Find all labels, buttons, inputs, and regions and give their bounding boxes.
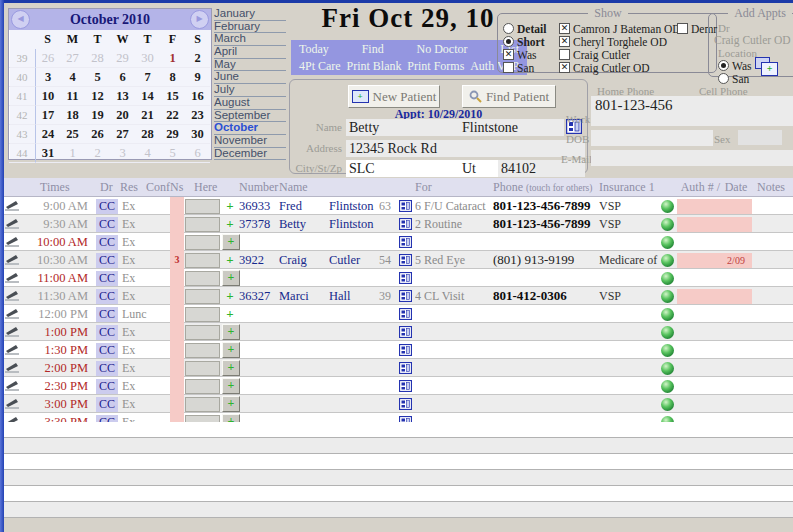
calendar-day-cell[interactable]: 23 bbox=[185, 106, 210, 125]
quick-link-no-doctor[interactable]: No Doctor bbox=[417, 42, 468, 57]
appt-detail-icon[interactable] bbox=[399, 272, 415, 284]
calendar-day-cell[interactable]: 4 bbox=[60, 68, 85, 87]
phone-cell[interactable]: 801-123-456-7899 bbox=[493, 216, 599, 232]
time-slot-cell[interactable]: 12:00 PM bbox=[28, 307, 94, 322]
calendar-day-cell[interactable]: 3 bbox=[35, 68, 60, 87]
exam-chair-icon[interactable] bbox=[4, 269, 28, 287]
time-slot-cell[interactable]: 11:30 AM bbox=[28, 289, 94, 304]
calendar-day-cell[interactable]: 2 bbox=[85, 144, 110, 163]
add-appt-plus-button[interactable]: + bbox=[221, 289, 239, 303]
calendar-day-cell[interactable]: 1 bbox=[60, 144, 85, 163]
here-cell[interactable] bbox=[184, 253, 221, 268]
view-option-was[interactable]: ✕Was bbox=[503, 48, 555, 61]
time-slot-cell[interactable]: 9:30 AM bbox=[28, 217, 94, 232]
calendar-day-cell[interactable]: 15 bbox=[160, 87, 185, 106]
calendar-day-cell[interactable]: 13 bbox=[110, 87, 135, 106]
calendar-day-cell[interactable]: 14 bbox=[135, 87, 160, 106]
patient-last-name-cell[interactable]: Flintston bbox=[329, 199, 379, 214]
add-appt-plus-button[interactable]: + bbox=[222, 396, 240, 412]
exam-chair-icon[interactable] bbox=[4, 197, 28, 215]
here-cell[interactable] bbox=[184, 343, 221, 358]
here-marker[interactable] bbox=[185, 307, 220, 322]
schedule-row[interactable]: 2:00 PMCCEx+ bbox=[4, 359, 793, 377]
calendar-day-cell[interactable]: 22 bbox=[160, 106, 185, 125]
doctor-option-craig-cutler-od[interactable]: ✕Craig Cutler OD bbox=[559, 61, 673, 74]
add-appointment-icon[interactable]: + bbox=[755, 57, 781, 77]
calendar-day-cell[interactable]: 4 bbox=[135, 144, 160, 163]
view-option-short[interactable]: Short bbox=[503, 35, 555, 48]
exam-chair-icon[interactable] bbox=[4, 233, 28, 251]
here-marker[interactable] bbox=[185, 397, 220, 412]
schedule-row[interactable]: 12:00 PMCCLunc+ bbox=[4, 305, 793, 323]
calendar-day-cell[interactable]: 29 bbox=[110, 49, 135, 68]
insurance-status-icon[interactable] bbox=[659, 218, 677, 231]
phone-cell[interactable]: 801-412-0306 bbox=[493, 288, 599, 304]
time-slot-cell[interactable]: 1:00 PM bbox=[28, 325, 94, 340]
here-marker[interactable] bbox=[185, 199, 220, 214]
appt-detail-icon[interactable] bbox=[399, 236, 415, 248]
calendar-day-cell[interactable]: 25 bbox=[60, 125, 85, 144]
location-option-was[interactable]: Was bbox=[714, 59, 793, 72]
schedule-row[interactable]: 3:00 PMCCEx+ bbox=[4, 395, 793, 413]
calendar-day-cell[interactable]: 28 bbox=[135, 125, 160, 144]
find-patient-button[interactable]: Find Patient bbox=[462, 85, 556, 108]
here-marker[interactable] bbox=[185, 289, 220, 304]
here-marker[interactable] bbox=[185, 343, 220, 358]
time-slot-cell[interactable]: 1:30 PM bbox=[28, 343, 94, 358]
here-cell[interactable] bbox=[184, 397, 221, 412]
add-appt-plus-button[interactable]: + bbox=[222, 324, 240, 340]
calendar-day-cell[interactable]: 19 bbox=[85, 106, 110, 125]
month-item-january[interactable]: January bbox=[214, 8, 286, 21]
patient-last-name-cell[interactable]: Cutler bbox=[329, 253, 379, 268]
patient-number-cell[interactable]: 36933 bbox=[239, 199, 279, 214]
quick-link-print-blank[interactable]: Print Blank bbox=[347, 59, 402, 74]
insurance-status-icon[interactable] bbox=[659, 200, 677, 213]
patient-first-name-cell[interactable]: Craig bbox=[279, 253, 329, 268]
doctor-option-cheryl-torghele-od[interactable]: ✕Cheryl Torghele OD bbox=[559, 35, 673, 48]
calendar-day-cell[interactable]: 28 bbox=[85, 49, 110, 68]
schedule-row[interactable]: 9:30 AMCCEx+37378BettyFlintston2 Routine… bbox=[4, 215, 793, 233]
insurance-status-icon[interactable] bbox=[659, 398, 677, 411]
calendar-day-cell[interactable]: 11 bbox=[60, 87, 85, 106]
month-item-july[interactable]: July bbox=[214, 84, 286, 97]
exam-chair-icon[interactable] bbox=[4, 395, 28, 413]
calendar-day-cell[interactable]: 30 bbox=[185, 125, 210, 144]
exam-chair-icon[interactable] bbox=[4, 305, 28, 323]
appt-detail-icon[interactable] bbox=[399, 308, 415, 320]
here-cell[interactable] bbox=[184, 235, 221, 250]
insurance-status-icon[interactable] bbox=[659, 290, 677, 303]
here-marker[interactable] bbox=[185, 271, 220, 286]
calendar-day-cell[interactable]: 5 bbox=[85, 68, 110, 87]
exam-chair-icon[interactable] bbox=[4, 359, 28, 377]
schedule-row[interactable]: 1:00 PMCCEx+ bbox=[4, 323, 793, 341]
calendar-day-cell[interactable]: 2 bbox=[185, 49, 210, 68]
calendar-day-cell[interactable]: 18 bbox=[60, 106, 85, 125]
time-slot-cell[interactable]: 2:00 PM bbox=[28, 361, 94, 376]
insurance-status-icon[interactable] bbox=[659, 254, 677, 267]
calendar-day-cell[interactable]: 17 bbox=[35, 106, 60, 125]
schedule-row[interactable]: 11:00 AMCCEx+ bbox=[4, 269, 793, 287]
time-slot-cell[interactable]: 2:30 PM bbox=[28, 379, 94, 394]
calendar-day-cell[interactable]: 26 bbox=[35, 49, 60, 68]
exam-chair-icon[interactable] bbox=[4, 287, 28, 305]
dr-select[interactable]: Craig Cutler OD bbox=[714, 34, 793, 47]
calendar-day-cell[interactable]: 31 bbox=[35, 144, 60, 163]
dob-field[interactable] bbox=[591, 130, 713, 146]
here-marker[interactable] bbox=[185, 379, 220, 394]
calendar-day-cell[interactable]: 26 bbox=[85, 125, 110, 144]
calendar-day-cell[interactable]: 10 bbox=[35, 87, 60, 106]
add-appt-plus-button[interactable]: + bbox=[222, 270, 240, 286]
calendar-day-cell[interactable]: 27 bbox=[110, 125, 135, 144]
quick-link-today[interactable]: Today bbox=[299, 42, 329, 57]
quick-link-find[interactable]: Find bbox=[362, 42, 384, 57]
doctor-option-camron-j-bateman-od[interactable]: ✕Camron J Bateman OD bbox=[559, 22, 673, 35]
here-cell[interactable] bbox=[184, 361, 221, 376]
insurance-status-icon[interactable] bbox=[659, 362, 677, 375]
calendar-day-cell[interactable]: 9 bbox=[185, 68, 210, 87]
sex-field[interactable] bbox=[738, 130, 782, 145]
patient-first-name-cell[interactable]: Fred bbox=[279, 199, 329, 214]
appt-detail-icon[interactable] bbox=[399, 218, 415, 230]
doctor-option-craig-cutler[interactable]: Craig Cutler bbox=[559, 48, 673, 61]
insurance-status-icon[interactable] bbox=[659, 236, 677, 249]
patient-number-cell[interactable]: 37378 bbox=[239, 217, 279, 232]
